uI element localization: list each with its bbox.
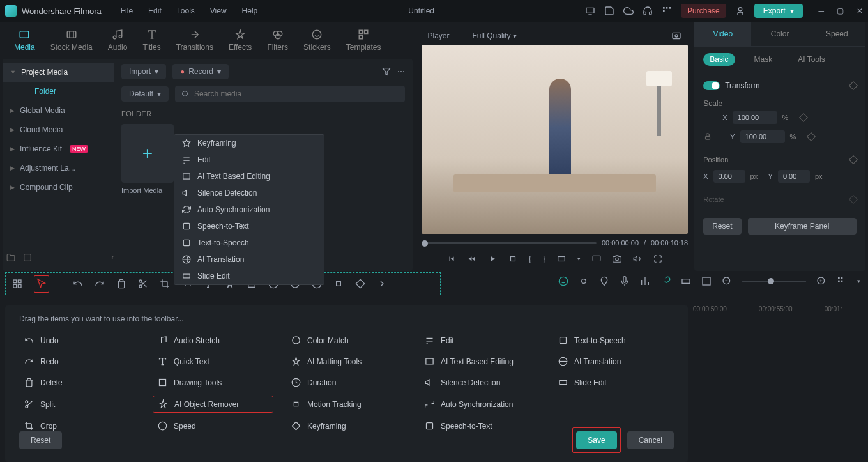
keyframe-diamond-icon[interactable] [849, 155, 858, 164]
tab-filters[interactable]: Filters [259, 25, 296, 56]
new-bin-icon[interactable] [23, 253, 32, 262]
tab-color[interactable]: Color [751, 22, 808, 46]
snapshot-icon[interactable] [671, 31, 681, 41]
cust-item-ai-translation[interactable]: AI Translation [553, 353, 674, 369]
ctx-slide-edit[interactable]: Slide Edit [174, 268, 324, 284]
save-icon[interactable] [604, 6, 614, 16]
sidebar-item-folder[interactable]: Folder [3, 82, 114, 101]
sidebar-item-project-media[interactable]: ▼Project Media [3, 63, 114, 82]
link-icon[interactable] [703, 132, 712, 141]
mark-out-icon[interactable]: } [543, 254, 545, 263]
playback-scrubber[interactable] [422, 242, 597, 244]
view-grid-icon[interactable] [837, 276, 847, 286]
chevron-down-icon[interactable]: ▾ [577, 256, 581, 262]
zoom-in-icon[interactable] [816, 276, 826, 286]
undo-icon[interactable] [73, 279, 83, 289]
user-icon[interactable] [735, 6, 745, 16]
sidebar-item-influence-kit[interactable]: ▶Influence KitNEW [3, 139, 114, 158]
brightness-icon[interactable] [579, 276, 589, 286]
customize-save-button[interactable]: Save [576, 431, 616, 449]
cust-item-ai-object-remover[interactable]: AI Object Remover [153, 396, 273, 413]
minimize-button[interactable]: ─ [818, 6, 824, 15]
prev-frame-icon[interactable] [447, 254, 456, 263]
motion-tracking-icon[interactable] [333, 279, 344, 289]
grid-icon[interactable] [12, 279, 22, 289]
scale-y-input[interactable]: 100.00 [740, 130, 785, 143]
cust-item-ai-text-based-editing[interactable]: AI Text Based Editing [420, 353, 540, 369]
menu-file[interactable]: File [121, 6, 133, 15]
cust-item-edit[interactable]: Edit [420, 332, 540, 348]
import-dropdown[interactable]: Import▾ [121, 64, 166, 79]
split-icon[interactable] [138, 279, 148, 289]
step-back-icon[interactable] [468, 254, 476, 263]
cursor-icon[interactable] [36, 278, 47, 288]
volume-icon[interactable] [633, 254, 642, 263]
menu-help[interactable]: Help [242, 6, 258, 15]
customize-cancel-button[interactable]: Cancel [627, 431, 674, 449]
cust-item-quick-text[interactable]: Quick Text [153, 353, 273, 369]
crop-icon[interactable] [160, 279, 170, 289]
cust-item-auto-synchronization[interactable]: Auto Synchronization [420, 396, 540, 413]
chevron-down-icon[interactable]: ▾ [857, 278, 860, 284]
face-icon[interactable] [558, 276, 568, 286]
cust-item-audio-stretch[interactable]: Audio Stretch [153, 332, 273, 348]
play-icon[interactable] [488, 254, 497, 263]
mark-in-icon[interactable]: { [529, 254, 531, 263]
tab-video[interactable]: Video [694, 22, 751, 46]
keyframe-panel-button[interactable]: Keyframe Panel [748, 218, 857, 235]
keyframing-tb-icon[interactable] [355, 279, 365, 289]
device-icon[interactable] [585, 6, 595, 16]
video-preview[interactable] [422, 45, 689, 234]
cloud-icon[interactable] [623, 6, 634, 16]
zoom-out-icon[interactable] [722, 276, 732, 286]
cust-item-undo[interactable]: Undo [19, 332, 140, 348]
group-icon[interactable] [681, 276, 691, 286]
ctx-text-to-speech[interactable]: Text-to-Speech [174, 235, 324, 251]
pos-x-input[interactable]: 0.00 [713, 170, 745, 183]
delete-icon[interactable] [116, 279, 126, 289]
menu-tools[interactable]: Tools [177, 6, 195, 15]
sidebar-item-adjustment-layer[interactable]: ▶Adjustment La... [3, 158, 114, 178]
ctx-edit[interactable]: Edit [174, 151, 324, 168]
subtab-ai-tools[interactable]: AI Tools [791, 53, 831, 66]
more-tools-icon[interactable] [377, 279, 387, 289]
tab-speed[interactable]: Speed [809, 22, 865, 46]
ctx-speech-to-text[interactable]: Speech-to-Text [174, 218, 324, 235]
tab-media[interactable]: Media [6, 25, 43, 56]
filter-icon[interactable] [382, 67, 391, 76]
sidebar-item-global-media[interactable]: ▶Global Media [3, 101, 114, 120]
marker-icon[interactable] [599, 276, 609, 286]
stop-icon[interactable] [508, 254, 517, 263]
ctx-ai-text-editing[interactable]: AI Text Based Editing [174, 168, 324, 185]
sidebar-item-cloud-media[interactable]: ▶Cloud Media [3, 120, 114, 139]
menu-view[interactable]: View [210, 6, 227, 15]
tab-titles[interactable]: Titles [135, 25, 168, 56]
cust-item-duration[interactable]: Duration [286, 374, 407, 390]
more-icon[interactable]: ⋯ [397, 67, 405, 76]
tab-transitions[interactable]: Transitions [169, 25, 221, 56]
subtab-mask[interactable]: Mask [748, 53, 779, 66]
cust-item-silence-detection[interactable]: Silence Detection [420, 374, 540, 390]
customize-reset-button[interactable]: Reset [19, 431, 62, 449]
keyframe-diamond-icon[interactable] [798, 113, 807, 122]
subtab-basic[interactable]: Basic [703, 53, 735, 66]
sidebar-item-compound-clip[interactable]: ▶Compound Clip [3, 178, 114, 197]
cust-item-split[interactable]: Split [19, 396, 140, 413]
tab-templates[interactable]: Templates [339, 25, 389, 56]
audio-mixer-icon[interactable] [640, 276, 650, 286]
ctx-silence-detection[interactable]: Silence Detection [174, 185, 324, 201]
keyframe-diamond-icon[interactable] [849, 81, 858, 90]
fullscreen-icon[interactable] [653, 254, 662, 263]
mic-icon[interactable] [620, 276, 630, 286]
tab-stickers[interactable]: Stickers [296, 25, 339, 56]
zoom-slider[interactable] [742, 281, 806, 282]
cust-item-color-match[interactable]: Color Match [286, 332, 407, 348]
tab-effects[interactable]: Effects [221, 25, 259, 56]
keyframe-diamond-icon[interactable] [849, 195, 858, 204]
ctx-ai-translation[interactable]: AI Translation [174, 251, 324, 268]
headphones-icon[interactable] [643, 6, 653, 16]
keyframe-diamond-icon[interactable] [806, 132, 815, 141]
cust-item-delete[interactable]: Delete [19, 374, 140, 390]
tab-stock-media[interactable]: Stock Media [43, 25, 100, 56]
ctx-auto-sync[interactable]: Auto Synchronization [174, 201, 324, 218]
